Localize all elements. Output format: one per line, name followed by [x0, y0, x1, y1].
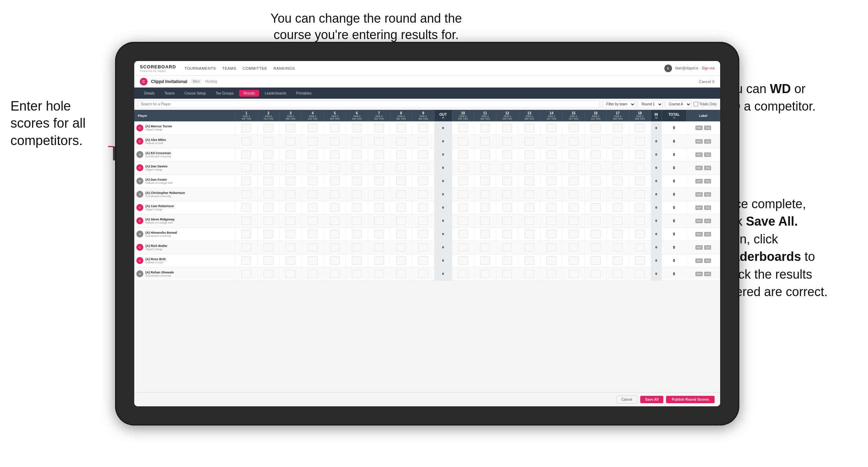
score-input-h11[interactable] [480, 137, 490, 145]
dq-button[interactable]: DQ [704, 126, 711, 130]
score-input-h9[interactable] [418, 137, 428, 145]
score-input-h12[interactable] [502, 217, 512, 225]
score-input-h14[interactable] [546, 256, 556, 265]
score-input-h6[interactable] [352, 270, 362, 278]
score-input-h13[interactable] [524, 270, 534, 278]
score-input-h18[interactable] [635, 164, 645, 172]
score-input-h15[interactable] [569, 137, 579, 145]
score-input-h6[interactable] [352, 164, 362, 172]
score-input-h6[interactable] [352, 124, 362, 132]
score-input-h6[interactable] [352, 177, 362, 185]
score-input-h5[interactable] [330, 150, 340, 159]
score-input-h11[interactable] [480, 203, 490, 212]
score-input-h16[interactable] [591, 203, 601, 212]
score-input-h11[interactable] [480, 217, 490, 225]
wd-button[interactable]: WD [695, 258, 703, 263]
score-input-h5[interactable] [330, 137, 340, 145]
score-input-h7[interactable] [374, 203, 384, 212]
score-input-h13[interactable] [524, 230, 534, 238]
score-input-h11[interactable] [480, 177, 490, 185]
score-input-h16[interactable] [591, 190, 601, 198]
score-input-h8[interactable] [396, 124, 406, 132]
score-input-h17[interactable] [613, 270, 622, 278]
dq-button[interactable]: DQ [704, 245, 711, 250]
dq-button[interactable]: DQ [704, 219, 711, 223]
score-input-h17[interactable] [613, 177, 622, 185]
score-input-h7[interactable] [374, 230, 384, 238]
score-input-h14[interactable] [546, 164, 556, 172]
score-input-h7[interactable] [374, 177, 384, 185]
score-input-h1[interactable] [241, 256, 251, 265]
score-input-h12[interactable] [502, 230, 512, 238]
score-input-h18[interactable] [635, 270, 645, 278]
search-input[interactable] [138, 100, 600, 108]
tab-course-setup[interactable]: Course Setup [180, 90, 210, 97]
wd-button[interactable]: WD [695, 245, 703, 250]
score-input-h3[interactable] [286, 270, 295, 278]
score-input-h1[interactable] [241, 190, 251, 198]
score-input-h17[interactable] [613, 230, 622, 238]
score-input-h13[interactable] [524, 217, 534, 225]
score-input-h8[interactable] [396, 243, 406, 251]
score-input-h14[interactable] [546, 137, 556, 145]
score-input-h9[interactable] [418, 270, 428, 278]
score-input-h8[interactable] [396, 150, 406, 159]
score-input-h13[interactable] [524, 243, 534, 251]
score-input-h12[interactable] [502, 243, 512, 251]
score-input-h17[interactable] [613, 217, 622, 225]
score-input-h13[interactable] [524, 150, 534, 159]
score-input-h3[interactable] [286, 230, 295, 238]
dq-button[interactable]: DQ [704, 179, 711, 183]
score-input-h7[interactable] [374, 124, 384, 132]
score-input-h11[interactable] [480, 164, 490, 172]
score-input-h2[interactable] [264, 164, 273, 172]
score-input-h10[interactable] [458, 150, 468, 159]
score-input-h12[interactable] [502, 203, 512, 212]
dq-button[interactable]: DQ [704, 152, 711, 157]
score-input-h7[interactable] [374, 164, 384, 172]
wd-button[interactable]: WD [695, 232, 703, 236]
score-input-h4[interactable] [308, 270, 318, 278]
score-input-h11[interactable] [480, 256, 490, 265]
score-input-h16[interactable] [591, 270, 601, 278]
score-input-h10[interactable] [458, 137, 468, 145]
score-input-h15[interactable] [569, 190, 579, 198]
score-input-h18[interactable] [635, 150, 645, 159]
score-input-h9[interactable] [418, 164, 428, 172]
score-input-h4[interactable] [308, 203, 318, 212]
wd-button[interactable]: WD [695, 179, 703, 183]
score-input-h18[interactable] [635, 137, 645, 145]
publish-button[interactable]: Publish Round Scores [666, 396, 715, 403]
score-input-h18[interactable] [635, 230, 645, 238]
score-input-h15[interactable] [569, 256, 579, 265]
round-select[interactable]: Round 1 [638, 100, 663, 108]
score-input-h16[interactable] [591, 150, 601, 159]
score-input-h13[interactable] [524, 164, 534, 172]
score-input-h2[interactable] [264, 177, 273, 185]
score-input-h3[interactable] [286, 243, 295, 251]
score-input-h7[interactable] [374, 270, 384, 278]
score-input-h16[interactable] [591, 243, 601, 251]
score-input-h1[interactable] [241, 217, 251, 225]
score-input-h11[interactable] [480, 230, 490, 238]
score-input-h6[interactable] [352, 217, 362, 225]
score-input-h14[interactable] [546, 270, 556, 278]
totals-only-toggle[interactable]: Totals Only [694, 102, 717, 106]
score-input-h15[interactable] [569, 243, 579, 251]
score-input-h5[interactable] [330, 256, 340, 265]
score-input-h7[interactable] [374, 243, 384, 251]
filter-team-select[interactable]: Filter by team [603, 100, 636, 108]
score-input-h14[interactable] [546, 190, 556, 198]
score-input-h2[interactable] [264, 150, 273, 159]
cancel-button[interactable]: Cancel [616, 396, 637, 404]
score-input-h10[interactable] [458, 124, 468, 132]
score-input-h9[interactable] [418, 243, 428, 251]
dq-button[interactable]: DQ [704, 166, 711, 170]
score-input-h16[interactable] [591, 177, 601, 185]
tab-tee-groups[interactable]: Tee Groups [211, 90, 238, 97]
score-input-h13[interactable] [524, 137, 534, 145]
score-input-h8[interactable] [396, 190, 406, 198]
score-input-h6[interactable] [352, 203, 362, 212]
score-input-h2[interactable] [264, 124, 273, 132]
score-input-h6[interactable] [352, 243, 362, 251]
